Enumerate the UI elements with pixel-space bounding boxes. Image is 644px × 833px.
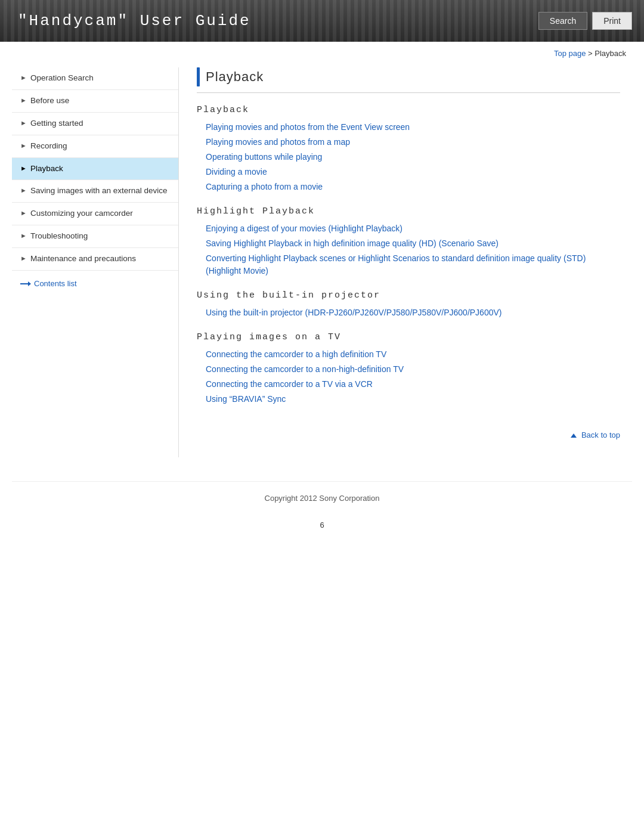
- link-playing-movies-event-view[interactable]: Playing movies and photos from the Event…: [206, 122, 410, 132]
- footer: Copyright 2012 Sony Corporation: [12, 481, 632, 515]
- sidebar-item-label: Saving images with an external device: [30, 185, 172, 197]
- copyright-text: Copyright 2012 Sony Corporation: [265, 494, 380, 503]
- sidebar-item-customizing[interactable]: ► Customizing your camcorder: [12, 203, 178, 225]
- sidebar-item-recording[interactable]: ► Recording: [12, 135, 178, 158]
- breadcrumb-top-link[interactable]: Top page: [554, 49, 586, 58]
- section-playback: Playback Playing movies and photos from …: [197, 105, 620, 193]
- sidebar-item-maintenance[interactable]: ► Maintenance and precautions: [12, 248, 178, 271]
- sidebar-item-label: Getting started: [30, 118, 172, 129]
- search-button[interactable]: Search: [538, 12, 587, 30]
- list-item: Using “BRAVIA” Sync: [206, 393, 620, 405]
- triangle-up-icon: [571, 433, 577, 438]
- section-title-built-in-projector: Using the built-in projector: [197, 290, 620, 301]
- sidebar-item-getting-started[interactable]: ► Getting started: [12, 113, 178, 135]
- chevron-right-icon: ►: [20, 209, 27, 216]
- contents-list-link[interactable]: Contents list: [12, 271, 178, 293]
- sidebar-item-label: Maintenance and precautions: [30, 253, 172, 265]
- list-item: Playing movies and photos from the Event…: [206, 121, 620, 134]
- section-built-in-projector: Using the built-in projector Using the b…: [197, 290, 620, 319]
- sidebar-item-label: Operation Search: [30, 73, 172, 84]
- back-to-top: Back to top: [197, 419, 620, 439]
- section-highlight-playback: Highlight Playback Enjoying a digest of …: [197, 206, 620, 277]
- sidebar-item-label: Troubleshooting: [30, 231, 172, 242]
- link-capturing-photo-movie[interactable]: Capturing a photo from a movie: [206, 182, 323, 191]
- link-connecting-vcr[interactable]: Connecting the camcorder to a TV via a V…: [206, 379, 373, 389]
- chevron-right-icon: ►: [20, 165, 27, 172]
- page-number: 6: [12, 515, 632, 535]
- section-links-playing-on-tv: Connecting the camcorder to a high defin…: [197, 348, 620, 405]
- chevron-right-icon: ►: [20, 74, 27, 81]
- sidebar-item-troubleshooting[interactable]: ► Troubleshooting: [12, 225, 178, 248]
- link-playing-movies-map[interactable]: Playing movies and photos from a map: [206, 137, 350, 147]
- heading-bar: [197, 67, 200, 86]
- list-item: Operating buttons while playing: [206, 151, 620, 163]
- chevron-right-icon: ►: [20, 97, 27, 104]
- section-links-playback: Playing movies and photos from the Event…: [197, 121, 620, 193]
- link-converting-highlight-std[interactable]: Converting Highlight Playback scenes or …: [206, 253, 586, 275]
- page-heading: Playback: [197, 67, 620, 93]
- header-actions: Search Print: [538, 0, 644, 42]
- link-saving-highlight-hd[interactable]: Saving Highlight Playback in high defini…: [206, 239, 499, 248]
- list-item: Using the built-in projector (HDR-PJ260/…: [206, 306, 620, 319]
- sidebar-item-label: Recording: [30, 141, 172, 152]
- section-playing-on-tv: Playing images on a TV Connecting the ca…: [197, 332, 620, 405]
- list-item: Connecting the camcorder to a TV via a V…: [206, 378, 620, 391]
- chevron-right-icon: ►: [20, 255, 27, 262]
- main-content: Playback Playback Playing movies and pho…: [179, 67, 632, 457]
- sidebar-item-label: Before use: [30, 95, 172, 107]
- link-enjoying-digest[interactable]: Enjoying a digest of your movies (Highli…: [206, 224, 402, 233]
- link-dividing-movie[interactable]: Dividing a movie: [206, 167, 267, 176]
- contents-list-label: Contents list: [34, 279, 77, 288]
- section-title-playback: Playback: [197, 105, 620, 115]
- section-links-highlight-playback: Enjoying a digest of your movies (Highli…: [197, 222, 620, 277]
- back-to-top-link[interactable]: Back to top: [571, 431, 620, 439]
- section-links-built-in-projector: Using the built-in projector (HDR-PJ260/…: [197, 306, 620, 319]
- link-operating-buttons-playing[interactable]: Operating buttons while playing: [206, 152, 322, 162]
- chevron-right-icon: ►: [20, 142, 27, 149]
- breadcrumb-separator: >: [586, 49, 595, 58]
- content-area: ► Operation Search ► Before use ► Gettin…: [12, 61, 632, 457]
- sidebar-item-before-use[interactable]: ► Before use: [12, 90, 178, 113]
- page-wrapper: Top page > Playback ► Operation Search ►…: [0, 42, 644, 535]
- sidebar-item-label: Playback: [30, 163, 172, 175]
- list-item: Connecting the camcorder to a non-high-d…: [206, 363, 620, 376]
- list-item: Enjoying a digest of your movies (Highli…: [206, 222, 620, 235]
- list-item: Saving Highlight Playback in high defini…: [206, 237, 620, 250]
- list-item: Playing movies and photos from a map: [206, 136, 620, 148]
- sidebar-item-label: Customizing your camcorder: [30, 208, 172, 219]
- list-item: Connecting the camcorder to a high defin…: [206, 348, 620, 361]
- link-using-built-in-projector[interactable]: Using the built-in projector (HDR-PJ260/…: [206, 308, 501, 317]
- sidebar-item-operation-search[interactable]: ► Operation Search: [12, 67, 178, 90]
- link-connecting-hd-tv[interactable]: Connecting the camcorder to a high defin…: [206, 349, 386, 359]
- chevron-right-icon: ►: [20, 232, 27, 239]
- page-title: Playback: [206, 69, 264, 85]
- arrow-right-icon: [20, 281, 31, 287]
- chevron-right-icon: ►: [20, 119, 27, 126]
- list-item: Converting Highlight Playback scenes or …: [206, 252, 620, 277]
- breadcrumb-current: Playback: [595, 49, 626, 58]
- back-to-top-label: Back to top: [581, 431, 620, 439]
- list-item: Capturing a photo from a movie: [206, 181, 620, 193]
- section-title-highlight-playback: Highlight Playback: [197, 206, 620, 216]
- sidebar: ► Operation Search ► Before use ► Gettin…: [12, 67, 179, 457]
- header-title: "Handycam" User Guide: [0, 0, 269, 42]
- print-button[interactable]: Print: [592, 12, 632, 30]
- header: "Handycam" User Guide Search Print: [0, 0, 644, 42]
- sidebar-item-saving-images[interactable]: ► Saving images with an external device: [12, 180, 178, 203]
- section-title-playing-on-tv: Playing images on a TV: [197, 332, 620, 342]
- link-connecting-non-hd-tv[interactable]: Connecting the camcorder to a non-high-d…: [206, 364, 404, 374]
- link-bravia-sync[interactable]: Using “BRAVIA” Sync: [206, 394, 286, 404]
- list-item: Dividing a movie: [206, 166, 620, 178]
- breadcrumb: Top page > Playback: [12, 42, 632, 61]
- chevron-right-icon: ►: [20, 187, 27, 194]
- sidebar-item-playback[interactable]: ► Playback: [12, 158, 178, 181]
